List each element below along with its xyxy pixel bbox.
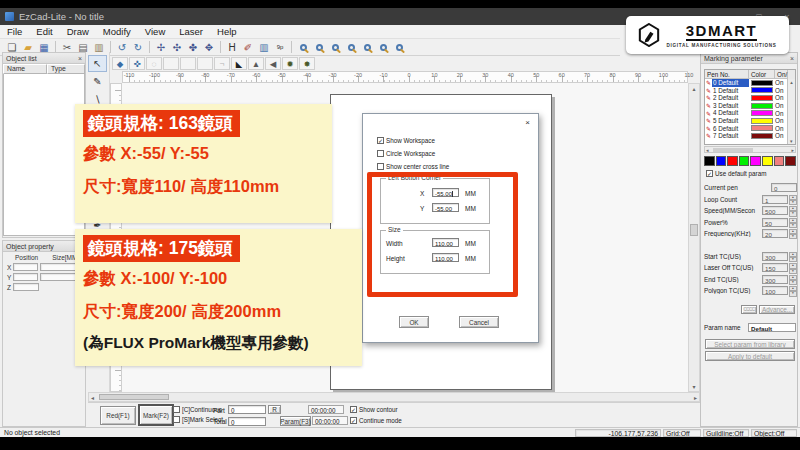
object-status[interactable]: Object:Off xyxy=(751,429,797,437)
vertical-scrollbar[interactable]: ▴ ▾ xyxy=(688,83,700,392)
palette-swatch[interactable] xyxy=(739,156,750,166)
checkbox-box[interactable]: ✓ xyxy=(706,170,713,177)
column-type[interactable]: Type xyxy=(47,64,85,74)
properties-panel-icon[interactable]: ▥ xyxy=(256,40,272,54)
spinner-control[interactable]: ▴▾ xyxy=(789,195,797,204)
column-on-off[interactable]: On/ xyxy=(775,70,788,79)
panel-close-icon[interactable]: × xyxy=(790,55,794,62)
mirror-horizontal-icon[interactable]: ◀ xyxy=(265,57,281,70)
pen-state[interactable]: On xyxy=(775,117,787,124)
spinner-control[interactable]: ▴▾ xyxy=(789,206,797,215)
hatch-icon[interactable]: H xyxy=(224,40,240,54)
param-field[interactable]: 20 xyxy=(762,229,788,238)
column-name[interactable]: Name xyxy=(3,64,47,74)
mirror-vertical-icon[interactable]: ▲ xyxy=(248,57,264,70)
param-extra-button[interactable]: CCCC xyxy=(741,305,757,314)
pen-row[interactable]: ✎1 DefaultOn xyxy=(705,87,795,95)
menu-view[interactable]: View xyxy=(138,26,172,37)
spinner-control[interactable]: ▴▾ xyxy=(789,286,797,295)
tools-icon[interactable]: ✐ xyxy=(240,40,256,54)
checkbox-box[interactable]: ✓ xyxy=(350,417,357,424)
palette-swatch[interactable] xyxy=(704,156,715,166)
checkbox-box[interactable] xyxy=(173,416,180,423)
column-color[interactable]: Color xyxy=(749,70,775,79)
palette-swatch[interactable] xyxy=(716,156,727,166)
zoom-out-icon[interactable] xyxy=(343,40,359,54)
menu-file[interactable]: File xyxy=(0,26,29,37)
pen-label[interactable]: 0 Default xyxy=(712,79,749,86)
palette-swatch[interactable] xyxy=(785,156,796,166)
fill-icon[interactable]: ◣ xyxy=(231,57,247,70)
pen-row[interactable]: ✎2 DefaultOn xyxy=(705,94,795,102)
pen-table-hscrollbar[interactable]: ◂▸ xyxy=(704,146,796,153)
pen-state[interactable]: On xyxy=(775,102,787,109)
show-contour-checkbox[interactable]: ✓Show contour xyxy=(350,406,398,413)
palette-swatch[interactable] xyxy=(762,156,773,166)
zoom-all-icon[interactable] xyxy=(359,40,375,54)
object-list-body[interactable] xyxy=(3,74,85,236)
pen-state[interactable]: On xyxy=(775,110,787,117)
pen-label[interactable]: 1 Default xyxy=(712,87,749,94)
scroll-up-icon[interactable]: ▴ xyxy=(689,85,699,92)
node-tool-4-icon[interactable]: ✥ xyxy=(201,40,217,54)
show-workspace-checkbox[interactable]: ✓Show Workspace xyxy=(377,137,435,144)
checkbox-box[interactable]: ✓ xyxy=(350,406,357,413)
pen-row[interactable]: ✎4 DefaultOn xyxy=(705,109,795,117)
circle-workspace-checkbox[interactable]: Circle Workspace xyxy=(377,150,435,157)
zoom-workspace-icon[interactable] xyxy=(375,40,391,54)
menu-modify[interactable]: Modify xyxy=(96,26,138,37)
snap-angle-icon[interactable]: ¬ xyxy=(214,57,230,70)
pen-row[interactable]: ✎3 DefaultOn xyxy=(705,102,795,110)
vertical-scroll-thumb[interactable] xyxy=(690,224,698,236)
pen-table-scrollbar[interactable]: ▴▾ xyxy=(787,79,795,144)
pen-state[interactable]: On xyxy=(775,125,787,132)
node-edit-tool-icon[interactable]: ✎ xyxy=(88,73,107,90)
r-reset-button[interactable]: R xyxy=(268,405,281,414)
zoom-select-icon[interactable] xyxy=(391,40,407,54)
pen-label[interactable]: 3 Default xyxy=(712,102,749,109)
scroll-left-icon[interactable]: ◂ xyxy=(91,394,94,401)
pen-state[interactable]: On xyxy=(775,132,787,139)
spinner-control[interactable]: ▴▾ xyxy=(789,218,797,227)
snap-grid-icon[interactable]: ◌ xyxy=(146,57,162,70)
select-tool-icon[interactable]: ↖ xyxy=(88,55,107,72)
node-tool-2-icon[interactable]: ✣ xyxy=(169,40,185,54)
pen-row[interactable]: ✎7 DefaultOn xyxy=(705,132,795,140)
pen-label[interactable]: 4 Default xyxy=(712,109,749,116)
spinner-control[interactable]: ▴▾ xyxy=(789,252,797,261)
mark-preview-icon[interactable]: 9p xyxy=(272,40,288,54)
horizontal-scrollbar[interactable]: ◂ ▸ xyxy=(88,392,700,402)
checkbox-box[interactable] xyxy=(377,150,384,157)
array-copy-icon[interactable]: ✹ xyxy=(282,57,298,70)
advance-button[interactable]: Advance... xyxy=(759,305,795,314)
pen-state[interactable]: On xyxy=(775,79,787,86)
center-cross-line-checkbox[interactable]: Show center cross line xyxy=(377,163,449,170)
menu-draw[interactable]: Draw xyxy=(60,26,96,37)
column-pen-no[interactable]: Pen No. xyxy=(705,70,749,79)
rotate-copy-icon[interactable]: ✸ xyxy=(299,57,315,70)
pen-label[interactable]: 6 Default xyxy=(712,125,749,132)
pen-row[interactable]: ✎6 DefaultOn xyxy=(705,125,795,133)
use-default-param-checkbox[interactable]: ✓Use default param xyxy=(706,170,766,177)
param-field[interactable]: 500 xyxy=(762,206,788,215)
palette-swatch[interactable] xyxy=(727,156,738,166)
select-param-library-button[interactable]: Select param from library xyxy=(705,339,795,349)
pen-label[interactable]: 5 Default xyxy=(712,117,749,124)
param-field[interactable]: 300 xyxy=(762,252,788,261)
node-tool-1-icon[interactable]: ✢ xyxy=(153,40,169,54)
palette-swatch[interactable] xyxy=(774,156,785,166)
scroll-down-icon[interactable]: ▾ xyxy=(689,383,699,390)
pen-state[interactable]: On xyxy=(775,87,787,94)
position-y-field[interactable] xyxy=(13,273,38,281)
param-field[interactable]: 300 xyxy=(762,275,788,284)
continue-mode-checkbox[interactable]: ✓Continue mode xyxy=(350,417,402,424)
red-f1-button[interactable]: Red(F1) xyxy=(100,406,136,425)
horizontal-scroll-thumb[interactable] xyxy=(99,394,169,400)
zoom-window-icon[interactable] xyxy=(295,40,311,54)
node-tool-3-icon[interactable]: ✤ xyxy=(185,40,201,54)
zoom-in-icon[interactable] xyxy=(327,40,343,54)
param-field[interactable]: 1 xyxy=(762,195,788,204)
snap-object-icon[interactable]: ✜ xyxy=(129,57,145,70)
cancel-button[interactable]: Cancel xyxy=(459,316,499,328)
position-z-field[interactable] xyxy=(13,283,39,291)
